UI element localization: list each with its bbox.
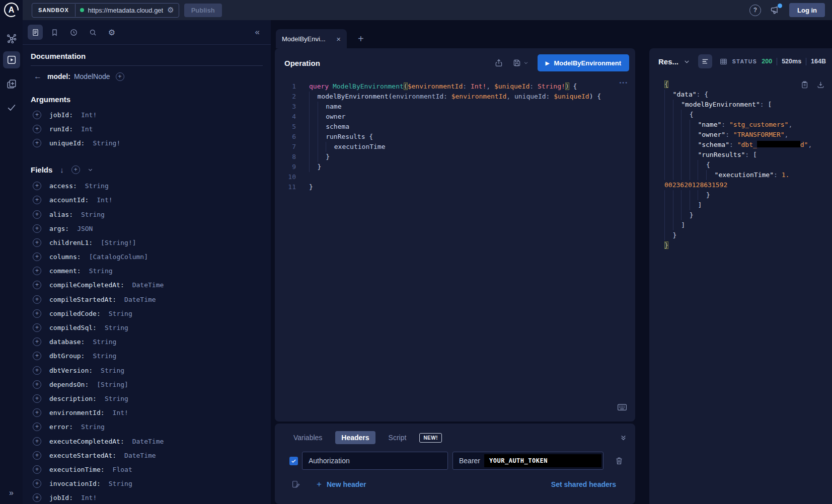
schema-field-row[interactable]: + jobId:Int! (31, 108, 263, 122)
schema-field-row[interactable]: + compileStartedAt:DateTime (31, 292, 263, 306)
tab-headers[interactable]: Headers (335, 431, 375, 444)
endpoint-settings-icon[interactable]: ⚙ (167, 6, 174, 15)
schema-field-row[interactable]: + executionTime:Float (31, 462, 263, 476)
add-field-icon[interactable]: + (33, 479, 41, 488)
set-shared-headers-button[interactable]: Set shared headers (548, 480, 619, 489)
schema-field-row[interactable]: + access:String (31, 179, 263, 193)
add-all-fields-icon[interactable]: + (71, 165, 80, 174)
expand-sidebar-button[interactable]: » (0, 488, 23, 498)
collapse-docs-icon[interactable]: « (255, 27, 266, 37)
announcements-icon[interactable] (770, 5, 780, 15)
environment-variables-icon[interactable] (291, 480, 300, 489)
add-field-icon[interactable]: + (33, 352, 41, 360)
response-dropdown-icon[interactable] (684, 58, 690, 65)
rail-item-operation-collections[interactable] (3, 75, 20, 93)
add-field-icon[interactable]: + (33, 437, 41, 446)
schema-field-row[interactable]: + invocationId:String (31, 477, 263, 491)
operation-tab[interactable]: ModelByEnvi... × (276, 29, 347, 48)
help-icon[interactable]: ? (749, 5, 761, 16)
tab-search[interactable] (85, 25, 100, 40)
new-tab-button[interactable]: + (355, 29, 367, 48)
operation-editor[interactable]: 1query ModelByEnvironment($environmentId… (275, 81, 632, 192)
apollo-logo-icon[interactable]: A (4, 2, 19, 18)
collapse-panel-icon[interactable] (620, 434, 627, 442)
schema-field-row[interactable]: + columns:[CatalogColumn] (31, 250, 263, 264)
tab-documentation[interactable] (28, 25, 43, 40)
header-name-input[interactable]: Authorization (302, 452, 448, 470)
save-operation-icon[interactable] (512, 58, 528, 67)
publish-button[interactable]: Publish (184, 4, 222, 17)
add-field-icon[interactable]: + (33, 139, 41, 147)
share-operation-icon[interactable] (494, 58, 503, 67)
response-body[interactable]: {"data": {"modelByEnvironment": [{"name"… (664, 79, 831, 250)
add-field-icon[interactable]: + (33, 493, 41, 502)
new-header-button[interactable]: + New header (314, 479, 369, 490)
tab-script[interactable]: Script (383, 431, 413, 444)
auth-token-chip[interactable]: YOUR_AUTH_TOKEN (484, 454, 601, 467)
table-view-button[interactable] (716, 54, 730, 68)
keyboard-shortcuts-icon[interactable] (617, 403, 627, 411)
rail-item-checks[interactable] (3, 99, 20, 116)
raw-view-button[interactable] (698, 54, 712, 68)
schema-field-row[interactable]: + compiledSql:String (31, 320, 263, 334)
add-field-icon[interactable]: + (33, 238, 41, 247)
add-field-icon[interactable]: + (33, 408, 41, 417)
add-field-icon[interactable]: + (33, 196, 41, 204)
add-field-icon[interactable]: + (33, 182, 41, 190)
login-button[interactable]: Log in (789, 3, 825, 17)
add-type-icon[interactable]: + (116, 72, 124, 81)
tab-variables[interactable]: Variables (287, 431, 328, 444)
tab-settings[interactable]: ⚙ (104, 25, 119, 40)
tab-history[interactable] (66, 25, 81, 40)
schema-field-row[interactable]: + description:String (31, 391, 263, 405)
schema-field-row[interactable]: + jobId:Int! (31, 491, 263, 504)
delete-header-button[interactable] (612, 456, 627, 466)
header-enabled-checkbox[interactable] (289, 457, 298, 465)
schema-field-row[interactable]: + alias:String (31, 207, 263, 221)
add-field-icon[interactable]: + (33, 394, 41, 403)
rail-item-schema[interactable] (3, 30, 20, 47)
schema-field-row[interactable]: + dbtVersion:String (31, 363, 263, 377)
endpoint-url-input[interactable]: https://metadata.cloud.get ⚙ (75, 6, 179, 15)
schema-field-row[interactable]: + comment:String (31, 264, 263, 278)
schema-field-row[interactable]: + environmentId:Int! (31, 406, 263, 420)
back-arrow-icon[interactable]: ← (34, 72, 42, 81)
add-field-icon[interactable]: + (33, 380, 41, 389)
add-field-icon[interactable]: + (33, 267, 41, 275)
add-field-icon[interactable]: + (33, 295, 41, 304)
run-operation-button[interactable]: ▶ ModelByEnvironment (538, 54, 629, 71)
breadcrumb-type-link[interactable]: ModelNode (74, 72, 110, 80)
schema-field-row[interactable]: + uniqueId:String! (31, 136, 263, 150)
add-field-icon[interactable]: + (33, 338, 41, 346)
schema-field-row[interactable]: + accountId:Int! (31, 193, 263, 207)
rail-item-explorer[interactable] (3, 51, 20, 68)
schema-field-row[interactable]: + database:String (31, 335, 263, 349)
add-field-icon[interactable]: + (33, 281, 41, 289)
schema-field-row[interactable]: + args:JSON (31, 221, 263, 235)
add-field-icon[interactable]: + (33, 125, 41, 133)
schema-field-row[interactable]: + dbtGroup:String (31, 349, 263, 363)
add-field-icon[interactable]: + (33, 423, 41, 431)
tab-saved-operations[interactable] (47, 25, 62, 40)
schema-field-row[interactable]: + childrenL1:[String!] (31, 235, 263, 249)
schema-field-row[interactable]: + dependsOn:[String] (31, 377, 263, 391)
add-field-icon[interactable]: + (33, 111, 41, 119)
schema-field-row[interactable]: + compileCompletedAt:DateTime (31, 278, 263, 292)
schema-field-row[interactable]: + error:String (31, 420, 263, 434)
add-field-icon[interactable]: + (33, 323, 41, 332)
add-field-icon[interactable]: + (33, 224, 41, 233)
sort-fields-icon[interactable]: ↓ (60, 165, 64, 174)
chevron-down-icon[interactable] (88, 167, 93, 173)
add-field-icon[interactable]: + (33, 465, 41, 474)
add-field-icon[interactable]: + (33, 309, 41, 318)
schema-field-row[interactable]: + executeCompletedAt:DateTime (31, 434, 263, 448)
add-field-icon[interactable]: + (33, 366, 41, 375)
schema-field-row[interactable]: + runId:Int (31, 122, 263, 136)
close-tab-icon[interactable]: × (336, 35, 341, 43)
schema-field-row[interactable]: + executeStartedAt:DateTime (31, 448, 263, 462)
add-field-icon[interactable]: + (33, 210, 41, 219)
header-value-input[interactable]: Bearer YOUR_AUTH_TOKEN (452, 452, 603, 470)
add-field-icon[interactable]: + (33, 451, 41, 460)
schema-field-row[interactable]: + compiledCode:String (31, 306, 263, 320)
add-field-icon[interactable]: + (33, 253, 41, 261)
